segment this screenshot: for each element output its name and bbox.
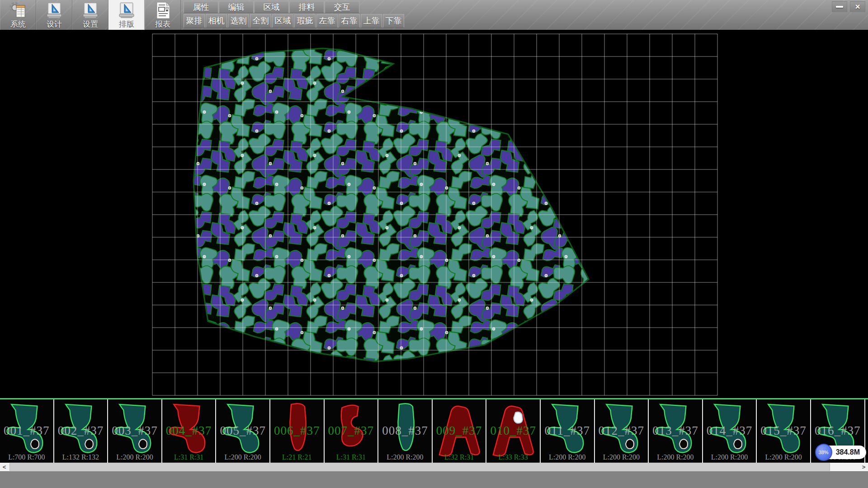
scrollbar-thumb[interactable] [9,463,830,471]
leather-hide-nested[interactable] [193,48,589,361]
tool-button-4[interactable]: 全割 [250,14,271,28]
piece-thumbnail-2[interactable]: 002_#37L:132 R:132 [54,399,108,463]
memory-value: 384.8M [836,448,860,456]
piece-shape-icon [219,402,266,459]
piece-shape-icon [165,402,212,459]
piece-thumbnail-12[interactable]: 012_#37L:200 R:200 [595,399,649,463]
main-button-label: 排版 [119,20,134,29]
horizontal-scrollbar: < > [0,463,868,471]
piece-shape-icon [598,402,645,459]
toolbar: 系统设计设置排版报表 属性编辑区域排料交互 聚排相机选割全割区域瑕疵左靠右靠上靠… [0,0,868,30]
main-button-report-document[interactable]: 报表 [145,0,181,30]
main-button-label: 设置 [83,20,98,29]
tool-button-5[interactable]: 区域 [272,14,293,28]
minimize-button[interactable] [832,1,847,12]
tool-button-2[interactable]: 相机 [206,14,227,28]
piece-thumbnail-1[interactable]: 001_#37L:700 R:700 [0,399,54,463]
piece-shape-icon [382,402,429,459]
piece-shape-icon [490,402,537,459]
main-button-label: 设计 [47,20,62,29]
tool-button-10[interactable]: 下靠 [383,14,404,28]
nesting-canvas[interactable] [0,30,868,398]
piece-thumbnail-3[interactable]: 003_#37L:200 R:200 [108,399,162,463]
main-button-design-ruler[interactable]: 设计 [36,0,72,30]
tool-button-3[interactable]: 选割 [228,14,249,28]
piece-shape-icon [706,402,753,459]
piece-filmstrip: 001_#37L:700 R:700002_#37L:132 R:132003_… [0,398,868,463]
piece-shape-icon [436,402,483,459]
piece-thumbnail-15[interactable]: 015_#37L:200 R:200 [757,399,811,463]
main-button-label: 报表 [155,20,170,29]
tool-button-7[interactable]: 左靠 [316,14,338,28]
piece-thumbnail-7[interactable]: 007_#37L:31 R:31 [325,399,379,463]
menu-bar: 属性编辑区域排料交互 [184,1,405,13]
design-ruler-icon [44,1,64,20]
piece-shape-icon [3,402,50,459]
menu-item-5[interactable]: 交互 [325,1,359,13]
piece-shape-icon [328,402,375,459]
nesting-ruler-icon [117,1,137,20]
piece-id-label: 0 [865,424,868,438]
tool-button-6[interactable]: 瑕疵 [294,14,316,28]
piece-shape-icon [760,402,807,459]
piece-shape-icon [544,402,591,459]
piece-shape-icon [652,402,699,459]
system-gear-icon [8,1,28,20]
piece-thumbnail-13[interactable]: 013_#37L:200 R:200 [649,399,703,463]
close-icon: × [855,2,860,12]
main-button-system-gear[interactable]: 系统 [0,0,36,30]
piece-thumbnail-6[interactable]: 006_#37L:21 R:21 [270,399,325,463]
menu-item-3[interactable]: 区域 [254,1,289,13]
main-button-group: 系统设计设置排版报表 [0,0,181,30]
tool-button-9[interactable]: 上靠 [361,14,382,28]
menu-rows: 属性编辑区域排料交互 聚排相机选割全割区域瑕疵左靠右靠上靠下靠 [184,0,405,28]
main-button-settings-ruler[interactable]: 设置 [72,0,108,30]
progress-percent-badge: 38% [815,444,832,461]
menu-item-2[interactable]: 编辑 [219,1,254,13]
menu-item-1[interactable]: 属性 [184,1,218,13]
piece-thumbnail-8[interactable]: 008_#37L:200 R:200 [378,399,433,463]
report-document-icon [153,1,173,20]
settings-ruler-icon [80,1,100,20]
tool-bar: 聚排相机选割全割区域瑕疵左靠右靠上靠下靠 [184,14,405,28]
scroll-left-button[interactable]: < [0,463,9,471]
menu-item-4[interactable]: 排料 [289,1,324,13]
status-bar [0,471,868,488]
window-controls: × [832,1,865,12]
piece-shape-icon [111,402,158,459]
piece-thumbnail-9[interactable]: 009_#37L:32 R:31 [433,399,487,463]
tool-button-1[interactable]: 聚排 [184,14,205,28]
piece-thumbnail-4[interactable]: 004_#37L:31 R:31 [162,399,217,463]
tool-button-8[interactable]: 右靠 [339,14,360,28]
piece-thumbnail-11[interactable]: 011_#37L:200 R:200 [541,399,595,463]
main-button-label: 系统 [10,20,26,29]
main-button-nesting-ruler[interactable]: 排版 [108,0,145,30]
scroll-right-button[interactable]: > [859,463,868,471]
close-button[interactable]: × [850,1,865,12]
nesting-canvas-svg [0,30,868,398]
piece-thumbnail-5[interactable]: 005_#37L:200 R:200 [216,399,270,463]
minimize-icon [836,6,843,8]
application-window: 系统设计设置排版报表 属性编辑区域排料交互 聚排相机选割全割区域瑕疵左靠右靠上靠… [0,0,868,488]
piece-thumbnail-14[interactable]: 014_#37L:200 R:200 [703,399,757,463]
piece-thumbnail-10[interactable]: 010_#37L:33 R:33 [486,399,541,463]
piece-shape-icon [274,402,321,459]
piece-shape-icon [57,402,104,459]
memory-usage-badge: 38% 384.8M [816,446,866,459]
